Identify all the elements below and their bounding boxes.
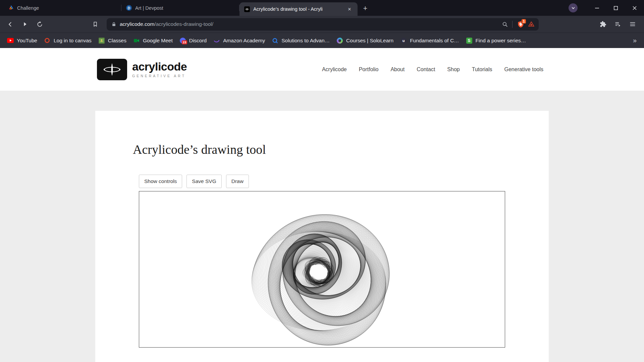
search-icon[interactable] <box>502 21 508 28</box>
bookmark-label: Discord <box>189 38 207 44</box>
bookmark-label: Classes <box>108 38 126 44</box>
maximize-button[interactable] <box>606 0 625 16</box>
site-nav: Acrylicode Portfolio About Contact Shop … <box>322 66 543 73</box>
url-domain: acrylicode.com <box>120 21 154 27</box>
nav-link-tutorials[interactable]: Tutorials <box>472 66 492 73</box>
bookmark-amazon-academy[interactable]: Amazon Academy <box>210 36 268 46</box>
save-svg-button[interactable]: Save SVG <box>186 175 221 188</box>
generative-drawing <box>139 191 505 347</box>
bookmark-label: Log in to canvas <box>54 38 92 44</box>
brave-rewards-triangle-icon[interactable] <box>528 21 535 28</box>
bookmark-label: Fundamentals of C… <box>410 38 459 44</box>
nav-link-acrylicode[interactable]: Acrylicode <box>322 66 347 73</box>
solutions-q-icon <box>272 37 278 44</box>
bookmark-power-series[interactable]: S Find a power series… <box>463 36 529 46</box>
bookmark-label: Solutions to Advan… <box>281 38 330 44</box>
shield-count-badge: 1 <box>521 19 526 24</box>
minimize-button[interactable] <box>588 0 606 16</box>
nav-link-generative-tools[interactable]: Generative tools <box>504 66 543 73</box>
nav-link-shop[interactable]: Shop <box>447 66 460 73</box>
youtube-icon <box>7 37 14 44</box>
bookmark-label: Google Meet <box>143 38 173 44</box>
amazon-academy-icon <box>213 37 220 44</box>
forward-button[interactable] <box>17 17 32 31</box>
back-button[interactable] <box>3 17 17 31</box>
nav-link-portfolio[interactable]: Portfolio <box>359 66 379 73</box>
tab-title: Art | Devpost <box>135 5 235 11</box>
close-tab-icon[interactable]: ✕ <box>346 6 353 12</box>
canvas-icon <box>44 37 51 44</box>
tab-devpost[interactable]: D Art | Devpost <box>121 0 239 16</box>
bookmark-fundamentals[interactable]: u Fundamentals of C… <box>397 36 462 46</box>
bookmark-canvas[interactable]: Log in to canvas <box>41 36 95 46</box>
bookmark-solutions[interactable]: Solutions to Advan… <box>269 36 333 46</box>
bookmark-label: YouTube <box>17 38 37 44</box>
discord-icon: 23 <box>179 37 186 44</box>
bookmarks-bar: YouTube Log in to canvas Classes Google … <box>0 33 644 48</box>
bookmark-google-meet[interactable]: Google Meet <box>130 36 176 46</box>
tab-title: Acrylicode's drawing tool - Acryli <box>253 6 343 12</box>
tab-strip: Challenge D Art | Devpost Acrylicode's d… <box>0 0 644 16</box>
reload-button[interactable] <box>32 17 47 31</box>
brand-tagline: GENERATIVE ART <box>132 74 187 78</box>
nav-link-about[interactable]: About <box>390 66 405 73</box>
drawing-controls: Show controls Save SVG Draw <box>139 175 549 188</box>
show-controls-button[interactable]: Show controls <box>139 175 182 188</box>
brand-name: acrylicode <box>132 61 187 72</box>
bookmark-classes[interactable]: Classes <box>95 36 129 46</box>
window-controls <box>569 0 644 16</box>
challenge-favicon <box>8 5 14 11</box>
draw-button[interactable]: Draw <box>226 175 249 188</box>
bookmarks-overflow-chevron[interactable]: » <box>630 37 640 44</box>
site-header: acrylicode GENERATIVE ART Acrylicode Por… <box>0 48 644 91</box>
acrylicode-favicon <box>244 6 250 12</box>
url-bar-separator <box>512 21 513 28</box>
site-logo[interactable]: acrylicode GENERATIVE ART <box>97 59 187 80</box>
nav-link-contact[interactable]: Contact <box>417 66 435 73</box>
lock-icon <box>111 22 116 27</box>
symbolab-icon: S <box>466 37 473 44</box>
classroom-icon <box>98 37 105 44</box>
bookmark-sololearn[interactable]: Courses | SoloLearn <box>333 36 396 46</box>
page-title: Acrylicode’s drawing tool <box>133 142 549 157</box>
close-window-button[interactable] <box>625 0 644 16</box>
content-card: Acrylicode’s drawing tool Show controls … <box>95 111 549 362</box>
udemy-icon: u <box>400 37 407 44</box>
bookmark-label: Amazon Academy <box>223 38 265 44</box>
tab-acrylicode-active[interactable]: Acrylicode's drawing tool - Acryli ✕ <box>239 2 358 16</box>
google-meet-icon <box>133 37 140 44</box>
browser-toolbar: acrylicode.com /acrylicodes-drawing-tool… <box>0 16 644 33</box>
url-path: /acrylicodes-drawing-tool/ <box>154 21 213 27</box>
bookmark-youtube[interactable]: YouTube <box>4 36 40 46</box>
tab-challenge[interactable]: Challenge <box>3 0 121 16</box>
media-control-icon[interactable] <box>569 3 578 12</box>
bookmark-discord[interactable]: 23 Discord <box>176 36 210 46</box>
menu-hamburger-icon[interactable] <box>625 17 640 31</box>
bookmark-flag-icon[interactable] <box>88 17 103 31</box>
devpost-favicon: D <box>126 5 132 11</box>
bookmark-label: Courses | SoloLearn <box>346 38 393 44</box>
bookmark-label: Find a power series… <box>476 38 526 44</box>
tab-title: Challenge <box>17 5 117 11</box>
sololearn-icon <box>336 37 343 44</box>
url-bar[interactable]: acrylicode.com /acrylicodes-drawing-tool… <box>107 18 539 31</box>
brave-shield-icon[interactable]: 1 <box>517 20 525 28</box>
drawing-canvas[interactable] <box>139 191 505 348</box>
toolbar-right-icons <box>596 17 641 31</box>
extensions-puzzle-icon[interactable] <box>596 17 610 31</box>
playlist-icon[interactable] <box>610 17 625 31</box>
new-tab-button[interactable]: + <box>360 3 370 13</box>
discord-count-badge: 23 <box>182 40 187 44</box>
acrylicode-logo-mark <box>97 59 127 80</box>
